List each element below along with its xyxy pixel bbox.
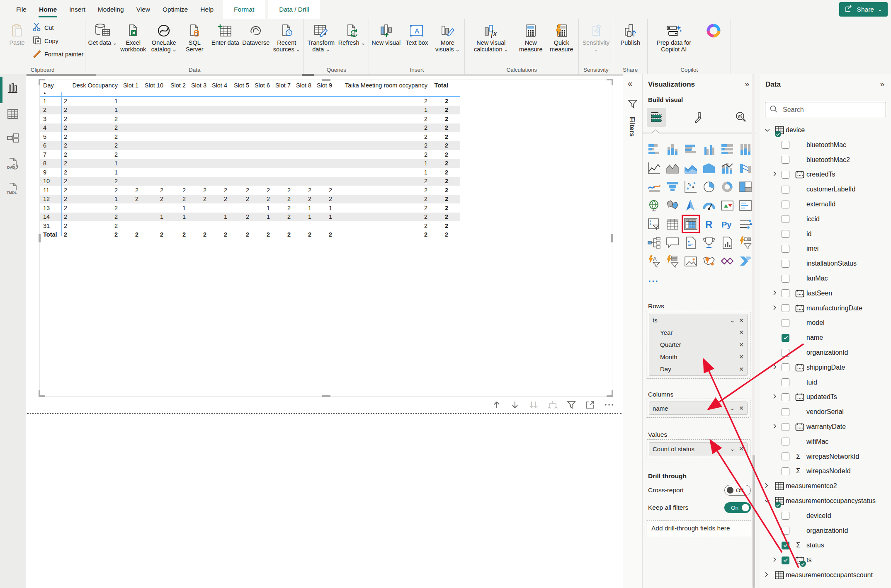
visual-type-stacked-bar-chart[interactable] <box>645 140 663 159</box>
field-row-bluetoothMac2[interactable]: bluetoothMac2 <box>760 152 891 167</box>
field-checkbox[interactable] <box>782 393 789 401</box>
rail-tmdl-view[interactable]: TMDL <box>0 178 26 201</box>
copy-button[interactable]: Copy <box>32 36 83 46</box>
collapse-data-icon[interactable]: » <box>880 80 884 89</box>
matrix-cell[interactable] <box>119 168 140 177</box>
field-row-wirepasNetworkId[interactable]: ΣwirepasNetworkId <box>760 449 891 464</box>
resize-handle[interactable] <box>612 390 613 397</box>
field-checkbox[interactable] <box>782 542 789 549</box>
field-row-name[interactable]: name <box>760 330 891 345</box>
matrix-cell[interactable]: 2 <box>229 230 251 240</box>
matrix-cell[interactable] <box>229 203 251 213</box>
matrix-cell[interactable]: 2 <box>429 132 450 141</box>
focus-mode-icon[interactable] <box>585 400 595 411</box>
visual-type-azure-map[interactable] <box>682 196 700 215</box>
matrix-cell[interactable] <box>119 150 140 159</box>
matrix-cell[interactable] <box>119 159 140 168</box>
search-input[interactable] <box>782 106 879 114</box>
matrix-row-header[interactable]: 10 <box>40 177 61 186</box>
expand-icon[interactable] <box>773 171 777 178</box>
field-checkbox[interactable] <box>782 171 789 179</box>
menu-item-view[interactable]: View <box>130 0 156 19</box>
matrix-column-header[interactable]: Day▲ <box>40 81 61 96</box>
matrix-cell[interactable] <box>187 141 208 150</box>
matrix-cell[interactable]: 2 <box>429 195 450 204</box>
field-checkbox[interactable] <box>782 527 789 535</box>
menu-item-insert[interactable]: Insert <box>63 0 92 19</box>
matrix-cell[interactable] <box>119 123 140 133</box>
field-checkbox[interactable] <box>782 275 789 283</box>
drill-up-icon[interactable] <box>492 400 502 411</box>
rail-table-view[interactable] <box>0 103 26 126</box>
field-checkbox[interactable] <box>782 452 789 460</box>
matrix-cell[interactable]: 2 <box>292 195 313 204</box>
matrix-cell[interactable] <box>229 96 251 106</box>
expand-filters-icon[interactable]: « <box>628 79 632 88</box>
matrix-cell[interactable] <box>119 106 140 115</box>
collapse-visualizations-icon[interactable]: » <box>745 80 749 89</box>
matrix-cell[interactable] <box>272 221 292 230</box>
matrix-cell[interactable]: 2 <box>334 203 429 213</box>
field-row-lanMac[interactable]: lanMac <box>760 271 891 286</box>
filters-pane-label[interactable]: Filters <box>628 117 636 137</box>
matrix-cell[interactable] <box>251 177 272 186</box>
enter-data-button[interactable]: Enter data <box>210 21 240 46</box>
matrix-cell[interactable] <box>313 114 334 123</box>
matrix-cell[interactable] <box>292 141 313 150</box>
matrix-cell[interactable] <box>251 221 272 230</box>
matrix-cell[interactable]: 2 <box>119 195 140 204</box>
matrix-cell[interactable]: 2 <box>61 186 69 195</box>
drill-down-icon[interactable] <box>510 400 520 411</box>
matrix-column-header[interactable] <box>61 81 69 96</box>
matrix-cell[interactable] <box>272 106 292 115</box>
matrix-cell[interactable] <box>140 150 165 159</box>
matrix-cell[interactable] <box>272 159 292 168</box>
field-row-customerLabelId[interactable]: customerLabelId <box>760 182 891 197</box>
menu-tab-format[interactable]: Format <box>223 0 265 19</box>
field-row-iccid[interactable]: iccid <box>760 212 891 227</box>
matrix-cell[interactable]: 2 <box>69 123 119 133</box>
matrix-cell[interactable]: 2 <box>429 230 450 240</box>
field-chip-quarter[interactable]: Quarter✕ <box>649 339 747 351</box>
matrix-cell[interactable]: 1 <box>69 195 119 204</box>
matrix-cell[interactable]: 2 <box>165 195 187 204</box>
tab-format-visual[interactable] <box>689 108 708 127</box>
matrix-cell[interactable] <box>229 150 251 159</box>
matrix-cell[interactable]: 2 <box>61 159 69 168</box>
field-row-status[interactable]: Σstatus <box>760 538 891 553</box>
matrix-cell[interactable]: 1 <box>69 168 119 177</box>
expand-icon[interactable] <box>773 557 777 564</box>
matrix-column-header[interactable]: Slot 10 <box>140 81 165 96</box>
cut-button[interactable]: Cut <box>32 22 83 33</box>
matrix-cell[interactable]: 2 <box>69 132 119 141</box>
visual-type-filled-map[interactable] <box>663 196 682 215</box>
field-chip-year[interactable]: Year✕ <box>649 327 747 339</box>
matrix-cell[interactable] <box>165 132 187 141</box>
matrix-cell[interactable]: 2 <box>61 141 69 150</box>
matrix-row-header[interactable]: 12 <box>40 195 61 204</box>
visual-type-arcgis-map[interactable] <box>700 252 718 271</box>
field-checkbox[interactable] <box>782 304 789 312</box>
visual-type-paginated-report[interactable] <box>718 233 736 252</box>
visual-type-r-script-visual[interactable]: R <box>700 215 718 233</box>
matrix-row-header[interactable]: 13 <box>40 203 61 213</box>
visual-type-list-slicer[interactable] <box>663 252 682 271</box>
matrix-cell[interactable] <box>272 168 292 177</box>
remove-field-icon[interactable]: ✕ <box>739 341 744 348</box>
field-row-lastSeen[interactable]: lastSeen <box>760 286 891 301</box>
collapse-icon[interactable] <box>765 498 770 504</box>
matrix-cell[interactable] <box>140 177 165 186</box>
matrix-cell[interactable] <box>292 150 313 159</box>
matrix-cell[interactable] <box>165 150 187 159</box>
visual-type-donut-chart[interactable] <box>718 177 736 196</box>
more-options-icon[interactable] <box>604 400 614 411</box>
matrix-cell[interactable]: 2 <box>69 213 119 222</box>
field-checkbox[interactable] <box>782 319 789 327</box>
field-checkbox[interactable] <box>782 408 789 416</box>
matrix-cell[interactable] <box>187 213 208 222</box>
field-checkbox[interactable] <box>782 378 789 386</box>
matrix-cell[interactable]: 1 <box>69 159 119 168</box>
matrix-cell[interactable] <box>187 203 208 213</box>
chevron-down-icon[interactable]: ⌄ <box>730 445 735 452</box>
matrix-cell[interactable]: 2 <box>272 213 292 222</box>
